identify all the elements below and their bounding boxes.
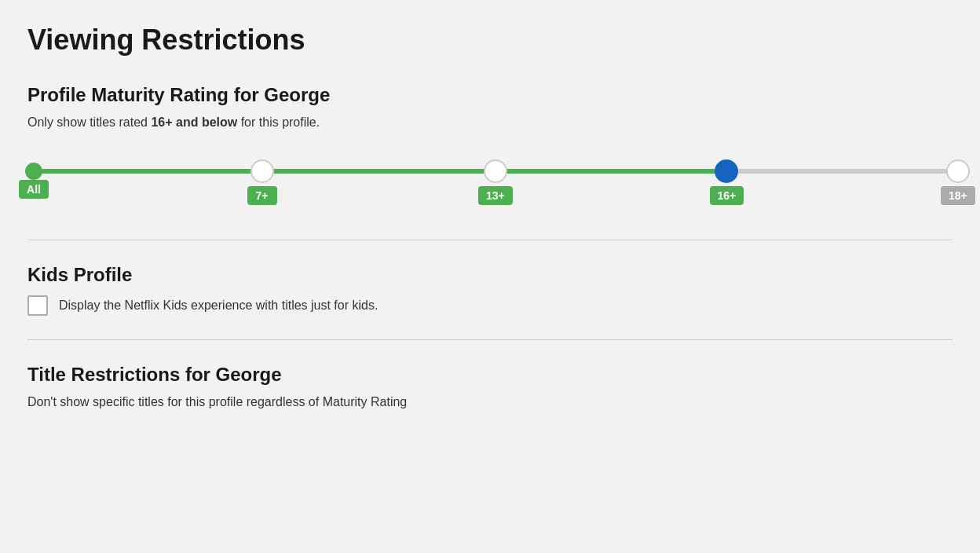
slider-mark-7plus[interactable]: 7+ [247,153,277,205]
kids-checkbox-row: Display the Netflix Kids experience with… [27,295,953,316]
page-title: Viewing Restrictions [27,24,953,57]
slider-marks: All 7+ 13+ 16+ 18+ [27,153,953,200]
slider-circle-7plus [250,159,274,183]
slider-circle-all [25,163,42,180]
maturity-desc-suffix: for this profile. [237,115,320,129]
kids-section-title: Kids Profile [27,264,953,286]
slider-label-18plus: 18+ [941,186,975,205]
divider-1 [27,240,953,240]
slider-label-7plus: 7+ [247,186,277,205]
maturity-section-title: Profile Maturity Rating for George [27,84,953,106]
title-restrictions-section: Title Restrictions for George Don't show… [27,364,953,409]
title-restrictions-description: Don't show specific titles for this prof… [27,395,953,409]
slider-circle-13plus [484,159,507,183]
slider-label-13plus: 13+ [478,186,513,205]
slider-mark-13plus[interactable]: 13+ [478,153,513,205]
slider-label-16plus: 16+ [710,186,744,205]
kids-checkbox-label: Display the Netflix Kids experience with… [59,298,378,313]
slider-circle-16plus [715,159,738,183]
slider-mark-16plus[interactable]: 16+ [710,153,744,205]
title-restrictions-section-title: Title Restrictions for George [27,364,953,386]
maturity-description: Only show titles rated 16+ and below for… [27,115,953,130]
maturity-desc-prefix: Only show titles rated [27,115,151,129]
divider-2 [27,339,953,340]
slider-mark-18plus[interactable]: 18+ [941,153,975,205]
kids-section: Kids Profile Display the Netflix Kids ex… [27,264,953,316]
maturity-desc-rating: 16+ and below [151,115,237,129]
slider-label-all: All [19,180,49,199]
slider-circle-18plus [946,159,970,183]
slider-mark-all[interactable]: All [19,153,49,199]
kids-checkbox[interactable] [27,295,48,316]
maturity-section: Profile Maturity Rating for George Only … [27,84,953,200]
maturity-slider[interactable]: All 7+ 13+ 16+ 18+ [27,153,953,200]
